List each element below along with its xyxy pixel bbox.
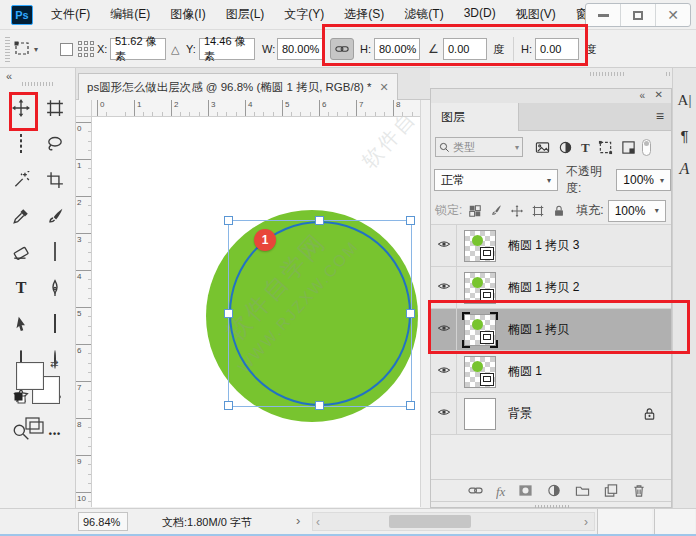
height-input[interactable]: 80.00%	[374, 38, 420, 60]
canvas[interactable]: 软件自学网 WWW.RJZXW.COM 软件自学网 1	[92, 117, 420, 507]
document-tab[interactable]: ps圆形怎么做出层次感 @ 96.8% (椭圆 1 拷贝, RGB/8) * ✕	[78, 73, 398, 100]
layer-thumbnail[interactable]	[464, 398, 496, 430]
scroll-right-icon[interactable]: ›	[584, 515, 588, 529]
menu-item-4[interactable]: 图层(L)	[216, 2, 275, 27]
transform-handle[interactable]	[315, 216, 324, 225]
lock-all-icon[interactable]	[552, 204, 566, 218]
dock-grip[interactable]	[590, 72, 624, 76]
lock-artboard-icon[interactable]	[531, 204, 545, 218]
reference-point-grid[interactable]	[78, 41, 94, 57]
tool-lasso-tool[interactable]	[38, 126, 72, 162]
transform-bounding-box[interactable]	[228, 220, 412, 407]
vertical-ruler[interactable]: 012345678910	[76, 117, 92, 507]
menu-item-9[interactable]: 视图(V)	[506, 2, 566, 27]
visibility-toggle[interactable]	[431, 393, 457, 434]
layer-row-5[interactable]: 背景	[431, 393, 671, 435]
tool-eraser-tool[interactable]	[4, 234, 38, 270]
layer-row-2[interactable]: 椭圆 1 拷贝 2	[431, 267, 671, 309]
menu-item-1[interactable]: 文件(F)	[41, 2, 100, 27]
visibility-toggle[interactable]	[431, 351, 457, 392]
transform-handle[interactable]	[224, 309, 233, 318]
skew-h-input[interactable]: 0.00	[535, 38, 579, 60]
lock-position-icon[interactable]	[510, 204, 524, 218]
quick-mask-icon[interactable]	[24, 416, 46, 436]
menu-item-5[interactable]: 文字(Y)	[274, 2, 334, 27]
menu-item-8[interactable]: 3D(D)	[454, 2, 506, 27]
scroll-left-icon[interactable]: ‹	[316, 515, 320, 529]
type-filter-icon[interactable]: T	[581, 138, 590, 156]
visibility-toggle[interactable]	[431, 267, 457, 308]
visibility-toggle[interactable]	[431, 225, 457, 266]
close-button[interactable]: ✕	[655, 4, 690, 26]
tool-artboard-tool[interactable]	[38, 90, 72, 126]
angle-input[interactable]: 0.00	[443, 38, 487, 60]
shape-filter-icon[interactable]	[598, 140, 613, 155]
transform-handle[interactable]	[224, 401, 233, 410]
layer-mask-button[interactable]	[517, 483, 534, 498]
lock-paint-icon[interactable]	[489, 204, 503, 218]
tool-pen-tool[interactable]	[38, 270, 72, 306]
tool-gradient-tool[interactable]	[38, 234, 72, 270]
chevron-down-icon[interactable]: ▾	[34, 45, 38, 54]
layer-row-1[interactable]: 椭圆 1 拷贝 3	[431, 225, 671, 267]
options-grip[interactable]	[5, 36, 10, 62]
transform-handle[interactable]	[406, 309, 415, 318]
tools-grip[interactable]	[22, 82, 54, 86]
fill-select[interactable]: 100% ▾	[608, 200, 666, 222]
transform-handle[interactable]	[315, 401, 324, 410]
panel-collapse-icon[interactable]: «	[639, 90, 645, 101]
zoom-level-field[interactable]: 96.84%	[78, 512, 128, 531]
character-panel-icon[interactable]: A|	[673, 92, 696, 109]
tool-magic-wand-tool[interactable]	[4, 162, 38, 198]
tool-marquee-tool[interactable]	[4, 126, 38, 162]
blend-mode-select[interactable]: 正常 ▾	[434, 169, 558, 191]
delete-layer-button[interactable]	[631, 483, 647, 498]
image-filter-icon[interactable]	[535, 140, 550, 155]
layer-thumbnail[interactable]	[464, 356, 496, 388]
paragraph-panel-icon[interactable]: ¶	[673, 127, 696, 144]
reference-point-checkbox[interactable]	[60, 43, 73, 56]
y-input[interactable]: 14.46 像素	[199, 38, 255, 60]
tool-eyedropper-tool[interactable]	[4, 198, 38, 234]
tab-layers[interactable]: 图层	[431, 103, 519, 131]
layer-name[interactable]: 背景	[508, 405, 532, 422]
maximize-button[interactable]	[620, 4, 655, 26]
vertical-scrollbar[interactable]	[420, 100, 430, 507]
layer-name[interactable]: 椭圆 1 拷贝	[508, 321, 569, 338]
status-expand-icon[interactable]: ›	[296, 513, 300, 528]
document-close-icon[interactable]: ✕	[380, 81, 389, 94]
layer-name[interactable]: 椭圆 1 拷贝 2	[508, 279, 579, 296]
layer-row-3[interactable]: 椭圆 1 拷贝	[431, 309, 671, 351]
layer-name[interactable]: 椭圆 1 拷贝 3	[508, 237, 579, 254]
scrollbar-thumb[interactable]	[389, 515, 471, 528]
transform-handle[interactable]	[406, 216, 415, 225]
layer-name[interactable]: 椭圆 1	[508, 363, 542, 380]
new-layer-button[interactable]	[603, 483, 619, 498]
swap-colors-icon[interactable]: ⇄	[50, 358, 58, 369]
lock-transparency-icon[interactable]	[468, 204, 482, 218]
foreground-color-swatch[interactable]	[16, 362, 44, 390]
panel-close-icon[interactable]: ✕	[655, 89, 663, 100]
visibility-toggle[interactable]	[431, 309, 457, 350]
glyphs-panel-icon[interactable]: A	[673, 160, 696, 178]
tool-path-select-tool[interactable]	[4, 306, 38, 342]
menu-item-7[interactable]: 滤镜(T)	[394, 2, 453, 27]
menu-item-6[interactable]: 选择(S)	[334, 2, 394, 27]
link-wh-button[interactable]	[330, 38, 354, 60]
opacity-select[interactable]: 100% ▾	[616, 169, 671, 191]
filter-toggle[interactable]	[642, 139, 651, 156]
collapse-tools-icon[interactable]: «	[6, 70, 12, 82]
fx-button[interactable]: fx	[496, 482, 505, 500]
group-folder-button[interactable]	[574, 483, 591, 498]
tool-move-tool[interactable]	[4, 90, 38, 126]
link-layers-button[interactable]	[467, 483, 484, 498]
tool-rectangle-tool[interactable]	[38, 306, 72, 342]
smart-object-filter-icon[interactable]	[621, 140, 636, 155]
width-input[interactable]: 80.00%	[277, 38, 323, 60]
layer-thumbnail[interactable]	[464, 230, 496, 262]
ruler-corner[interactable]	[76, 100, 92, 117]
transform-handle[interactable]	[224, 216, 233, 225]
x-input[interactable]: 51.62 像素	[110, 38, 166, 60]
adjustment-layer-button[interactable]	[546, 483, 562, 498]
tool-type-tool[interactable]: T	[4, 270, 38, 306]
